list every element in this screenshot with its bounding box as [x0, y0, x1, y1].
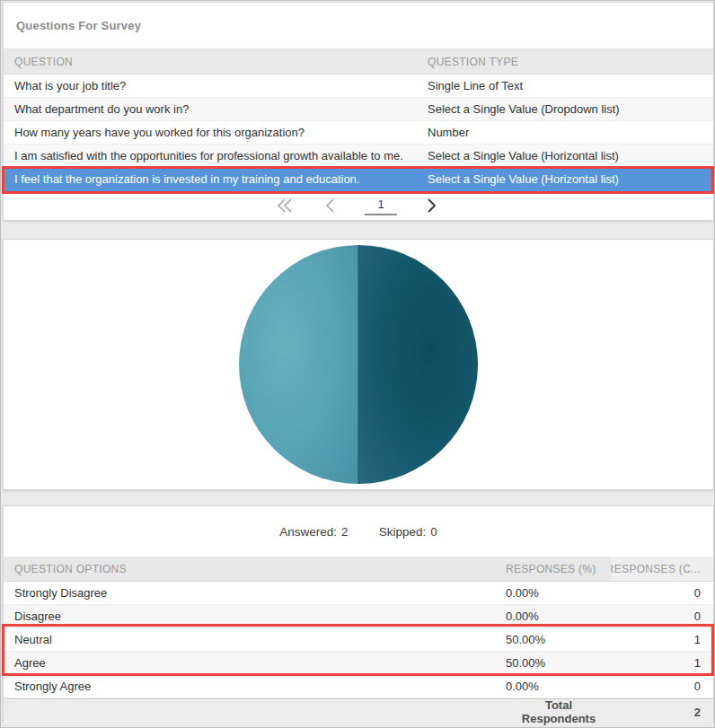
double-chevron-left-icon — [276, 198, 294, 213]
question-cell: I am satisfied with the opportunities fo… — [4, 149, 428, 162]
current-page-indicator[interactable]: 1 — [365, 197, 397, 215]
question-row[interactable]: How many years have you worked for this … — [4, 121, 713, 145]
column-header-question-type[interactable]: QUESTION TYPE — [428, 56, 713, 68]
question-row-selected[interactable]: I feel that the organization is invested… — [4, 168, 713, 191]
answered-stat: Answered: 2 — [279, 525, 348, 539]
question-row[interactable]: What department do you work in? Select a… — [4, 98, 713, 121]
question-type-cell: Select a Single Value (Horizontal list) — [428, 172, 713, 186]
questions-panel: Questions For Survey QUESTION QUESTION T… — [3, 2, 714, 221]
question-cell: What is your job title? — [4, 79, 428, 92]
answered-label: Answered: — [279, 525, 337, 539]
question-type-cell: Select a Single Value (Dropdown list) — [428, 102, 713, 116]
question-type-cell: Number — [428, 126, 713, 139]
pct-cell: 50.00% — [506, 633, 611, 646]
question-cell: What department do you work in? — [4, 102, 428, 116]
total-respondents-label: Total Respondents — [514, 699, 604, 725]
column-header-question-options[interactable]: QUESTION OPTIONS — [4, 563, 506, 575]
pct-cell: 0.00% — [506, 610, 611, 623]
previous-page-button[interactable] — [320, 197, 340, 215]
pct-cell: 0.00% — [506, 680, 611, 693]
option-cell: Neutral — [4, 633, 506, 646]
next-page-button[interactable] — [422, 197, 442, 215]
result-row: Strongly Agree 0.00% 0 — [4, 675, 713, 698]
result-row: Disagree 0.00% 0 — [4, 605, 713, 628]
column-header-question[interactable]: QUESTION — [4, 56, 428, 68]
option-cell: Agree — [4, 656, 506, 670]
chevron-left-icon — [323, 198, 336, 213]
chart-panel — [3, 239, 714, 490]
questions-grid-header: QUESTION QUESTION TYPE — [4, 49, 713, 75]
pct-cell: 0.00% — [506, 586, 611, 600]
pie-chart — [236, 242, 481, 487]
option-cell: Strongly Disagree — [4, 586, 506, 600]
column-header-responses-count[interactable]: RESPONSES (C... — [611, 557, 713, 581]
total-respondents-value: 2 — [611, 706, 713, 719]
skipped-stat: Skipped: 0 — [379, 525, 437, 539]
column-header-responses-pct[interactable]: RESPONSES (%) — [506, 563, 611, 575]
skipped-value: 0 — [430, 525, 437, 539]
count-cell: 0 — [611, 610, 713, 623]
question-cell: How many years have you worked for this … — [4, 126, 428, 139]
panel-title: Questions For Survey — [4, 3, 713, 49]
count-cell: 1 — [611, 656, 713, 670]
question-type-cell: Single Line of Text — [428, 79, 713, 92]
question-row[interactable]: What is your job title? Single Line of T… — [4, 75, 713, 98]
result-row: Strongly Disagree 0.00% 0 — [4, 582, 713, 605]
option-cell: Disagree — [4, 610, 506, 623]
results-panel: Answered: 2 Skipped: 0 QUESTION OPTIONS … — [3, 505, 714, 723]
question-row[interactable]: I am satisfied with the opportunities fo… — [4, 145, 713, 168]
result-row: Agree 50.00% 1 — [4, 652, 713, 675]
pie-slice-agree[interactable] — [358, 245, 478, 484]
question-type-cell: Select a Single Value (Horizontal list) — [428, 149, 713, 162]
result-row: Neutral 50.00% 1 — [4, 628, 713, 652]
pie-slice-neutral[interactable] — [239, 245, 358, 484]
survey-results-page: Questions For Survey QUESTION QUESTION T… — [0, 0, 715, 728]
count-cell: 0 — [611, 586, 713, 600]
pagination-bar: 1 — [4, 191, 713, 220]
pct-cell: 50.00% — [506, 656, 611, 670]
response-summary: Answered: 2 Skipped: 0 — [4, 506, 713, 557]
total-respondents-row: Total Respondents 2 — [4, 698, 713, 725]
option-cell: Strongly Agree — [4, 680, 506, 693]
answered-value: 2 — [341, 525, 349, 539]
count-cell: 1 — [611, 633, 713, 646]
count-cell: 0 — [611, 680, 713, 693]
chevron-right-icon — [426, 198, 438, 213]
question-cell: I feel that the organization is invested… — [4, 172, 428, 186]
skipped-label: Skipped: — [379, 525, 427, 539]
results-grid-header: QUESTION OPTIONS RESPONSES (%) RESPONSES… — [4, 557, 713, 582]
first-page-button[interactable] — [275, 197, 295, 215]
